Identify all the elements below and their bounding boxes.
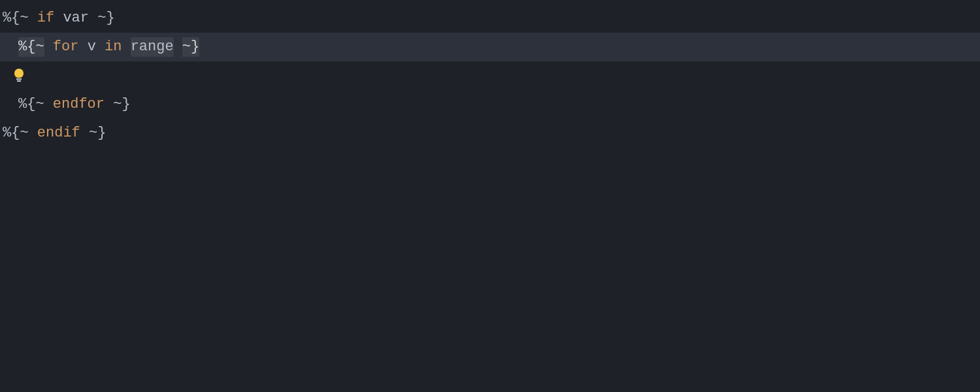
keyword-endfor: endfor — [53, 95, 105, 115]
template-delimiter-open: %{~ — [3, 123, 29, 144]
template-delimiter-close: ~} — [89, 123, 106, 144]
keyword-endif: endif — [37, 123, 80, 144]
space — [80, 123, 89, 144]
template-delimiter-open: %{~ — [3, 8, 29, 29]
keyword-if: if — [37, 8, 54, 29]
template-delimiter-close: ~} — [113, 95, 130, 115]
keyword-in: in — [105, 37, 122, 57]
template-delimiter-open: %{~ — [18, 95, 44, 115]
space — [54, 8, 63, 29]
identifier-var: var — [63, 8, 89, 29]
code-editor[interactable]: %{~ if var ~} %{~ for v in range ~} %{~ … — [0, 0, 980, 392]
space — [96, 37, 105, 57]
code-line[interactable] — [0, 61, 980, 90]
space — [105, 95, 113, 115]
template-delimiter-close: ~} — [97, 8, 114, 29]
space — [122, 37, 130, 57]
space — [29, 8, 37, 29]
space — [44, 37, 53, 57]
space — [174, 37, 182, 57]
lightbulb-icon[interactable] — [13, 69, 25, 83]
code-line-active[interactable]: %{~ for v in range ~} — [0, 33, 980, 61]
keyword-for: for — [53, 37, 79, 57]
identifier-range: range — [131, 37, 174, 57]
space — [89, 8, 97, 29]
template-delimiter-close: ~} — [182, 37, 199, 57]
space — [78, 37, 87, 57]
space — [29, 123, 37, 144]
identifier-v: v — [88, 37, 96, 57]
code-line[interactable]: %{~ endfor ~} — [0, 90, 980, 119]
template-delimiter-open: %{~ — [18, 37, 44, 57]
code-line[interactable]: %{~ endif ~} — [0, 119, 980, 148]
code-line[interactable]: %{~ if var ~} — [0, 4, 980, 33]
space — [44, 95, 53, 115]
